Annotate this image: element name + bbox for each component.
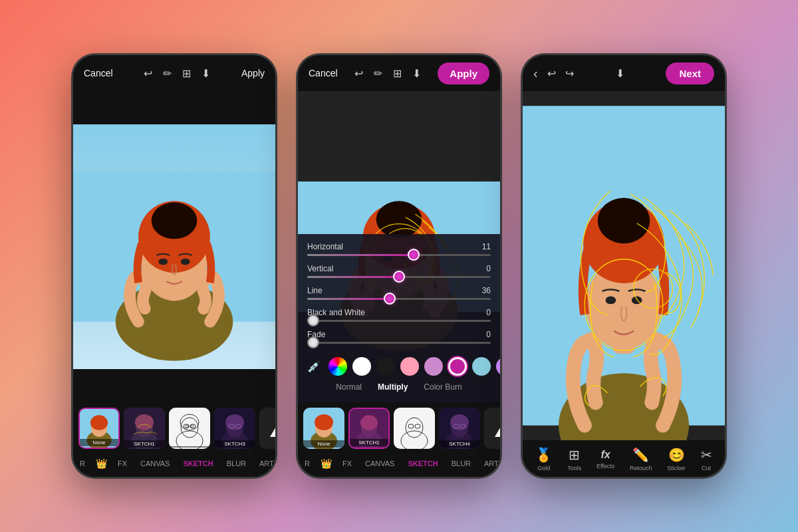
phone-2: Cancel ↩ ✏ ⊞ ⬇ Apply [296, 53, 502, 479]
download-icon-2[interactable]: ⬇ [412, 67, 421, 80]
svg-point-58 [450, 414, 469, 430]
thumb-none-2[interactable]: None [303, 408, 344, 449]
color-cyan[interactable] [472, 357, 491, 376]
slider-bw-track[interactable] [307, 320, 491, 322]
cancel-button-2[interactable]: Cancel [309, 68, 338, 78]
tool-retouch[interactable]: ✏️ Retouch [630, 447, 652, 471]
image-canvas-3 [523, 91, 725, 440]
apply-button-active[interactable]: Apply [438, 63, 489, 84]
svg-point-52 [401, 431, 428, 449]
download-icon[interactable]: ⬇ [201, 67, 210, 80]
effects-icon: fx [600, 449, 610, 461]
brush-icon[interactable]: ✏ [163, 67, 172, 80]
tab-r-2[interactable]: R [298, 457, 317, 470]
portrait-svg [73, 124, 275, 369]
thumb-sketch-white-2[interactable] [394, 408, 435, 449]
tab-crown[interactable]: 👑 [92, 456, 111, 471]
bottom-panel-1: None SKTCH1 [73, 402, 275, 477]
adjustment-overlay: Horizontal 11 Vertical 0 [298, 234, 500, 402]
svg-point-47 [315, 414, 333, 430]
thumb-sktch3-label-2: SKTCH4 [439, 440, 480, 448]
brush-icon-2[interactable]: ✏ [374, 67, 382, 80]
tab-sketch[interactable]: SKETCH [176, 457, 219, 470]
slider-vertical-value: 0 [486, 264, 491, 273]
tab-fx[interactable]: FX [111, 457, 134, 470]
undo-icon[interactable]: ↩ [144, 67, 152, 80]
next-button[interactable]: Next [666, 63, 714, 84]
tool-cut[interactable]: ✂ Cut [701, 447, 712, 471]
blend-modes: Normal Multiply Color Burn [307, 378, 491, 397]
slider-fade: Fade 0 [307, 330, 491, 344]
retouch-label: Retouch [630, 465, 652, 471]
color-purple-light[interactable] [424, 357, 443, 376]
back-icon[interactable]: ‹ [533, 66, 538, 81]
color-black[interactable] [376, 357, 395, 376]
slider-fade-track[interactable] [307, 342, 491, 344]
top-black-bar [73, 91, 275, 124]
slider-horizontal-label: Horizontal [307, 242, 343, 251]
thumb-triangle[interactable] [259, 408, 275, 449]
eyedropper-icon[interactable]: 💉 [307, 360, 321, 373]
tool-effects[interactable]: fx Effects [597, 449, 614, 469]
sticker-label: Sticker [667, 465, 686, 471]
blend-colorburn[interactable]: Color Burn [424, 382, 462, 392]
tab-crown-2[interactable]: 👑 [317, 456, 336, 471]
tab-canvas[interactable]: CANVAS [134, 457, 176, 470]
thumb-sketch-white-label [169, 446, 210, 448]
thumb-none[interactable]: None [78, 408, 120, 449]
undo-icon-3[interactable]: ↩ [547, 67, 556, 80]
color-white[interactable] [352, 357, 371, 376]
tab-artistic[interactable]: ARTISTIC [253, 457, 275, 470]
retouch-icon: ✏️ [632, 447, 649, 463]
slider-vertical: Vertical 0 [307, 264, 491, 278]
tab-blur[interactable]: BLUR [220, 457, 253, 470]
thumb-sktch1-2[interactable]: SKTCH1 [348, 408, 390, 449]
tab-sketch-2[interactable]: SKETCH [401, 457, 444, 470]
thumb-sktch3[interactable]: SKTCH3 [214, 408, 255, 449]
cancel-button[interactable]: Cancel [84, 68, 113, 78]
bottom-panel-2: None SKTCH1 [298, 402, 500, 477]
tool-tools[interactable]: ⊞ Tools [567, 447, 581, 471]
color-pink-light[interactable] [400, 357, 419, 376]
tab-bar-1: R 👑 FX CANVAS SKETCH BLUR ARTISTIC MA [73, 453, 275, 477]
tool-sticker[interactable]: 😊 Sticker [667, 447, 686, 471]
thumb-sketch-white[interactable] [169, 408, 210, 449]
tool-gold[interactable]: 🏅 Gold [535, 447, 552, 471]
slider-bw-value: 0 [486, 308, 491, 317]
tab-blur-2[interactable]: BLUR [445, 457, 477, 470]
toolbar-icons: ↩ ✏ ⊞ ⬇ [144, 67, 210, 80]
thumb-triangle-2[interactable] [484, 408, 500, 449]
svg-point-68 [606, 297, 616, 305]
phone-1: Cancel ↩ ✏ ⊞ ⬇ Apply [71, 53, 277, 479]
gold-icon: 🏅 [535, 447, 552, 463]
color-violet[interactable] [496, 357, 500, 376]
portrait [73, 124, 275, 369]
slider-vertical-track[interactable] [307, 276, 491, 278]
tab-canvas-2[interactable]: CANVAS [358, 457, 401, 470]
tab-fx-2[interactable]: FX [336, 457, 358, 470]
crop-icon-2[interactable]: ⊞ [393, 67, 402, 80]
crop-icon[interactable]: ⊞ [182, 67, 191, 80]
color-rainbow[interactable] [329, 357, 347, 376]
thumb-sktch1[interactable]: SKTCH1 [124, 408, 165, 449]
download-icon-3[interactable]: ⬇ [616, 67, 624, 80]
image-canvas-2: Horizontal 11 Vertical 0 [298, 91, 500, 402]
apply-button[interactable]: Apply [241, 68, 265, 78]
thumb-sktch3-2[interactable]: SKTCH4 [439, 408, 480, 449]
blend-normal[interactable]: Normal [336, 382, 362, 392]
bottom-black-bar [73, 369, 275, 402]
svg-rect-54 [408, 424, 414, 428]
blend-multiply[interactable]: Multiply [378, 382, 408, 392]
slider-horizontal-track[interactable] [307, 254, 491, 256]
cut-label: Cut [702, 465, 711, 471]
slider-line: Line 36 [307, 286, 491, 300]
undo-icon-2[interactable]: ↩ [354, 67, 363, 80]
tab-artistic-2[interactable]: ARTISTIC [477, 457, 500, 470]
slider-line-track[interactable] [307, 298, 491, 300]
toolbar-icons-2: ↩ ✏ ⊞ ⬇ [354, 67, 421, 80]
phone3-topbar: ‹ ↩ ↪ ⬇ Next [523, 55, 725, 91]
tab-r[interactable]: R [73, 457, 92, 470]
tools-icon: ⊞ [569, 447, 580, 463]
color-magenta[interactable] [448, 357, 467, 376]
redo-icon-3[interactable]: ↪ [565, 67, 574, 80]
